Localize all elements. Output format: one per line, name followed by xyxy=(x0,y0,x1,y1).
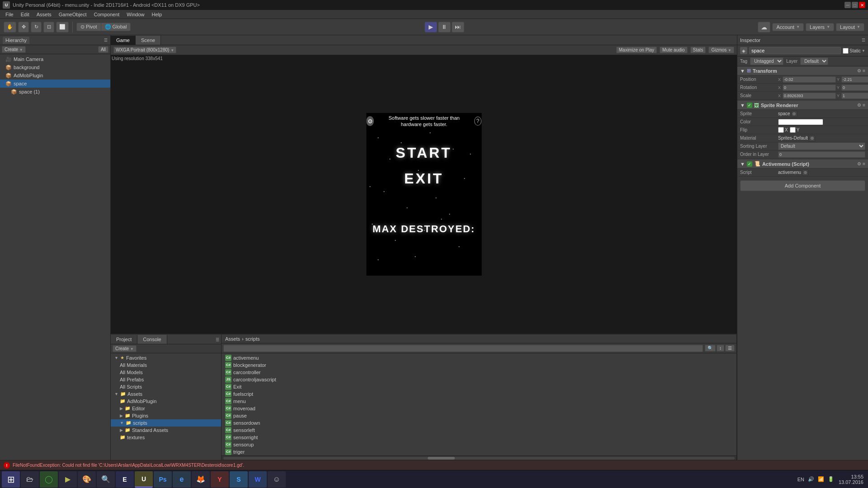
flip-x-checkbox[interactable] xyxy=(778,127,784,133)
hierarchy-item[interactable]: 📦 AdMobPlugin xyxy=(0,71,110,80)
material-select-button[interactable]: ◎ xyxy=(809,135,815,141)
component-settings-icon[interactable]: ⚙ ≡ xyxy=(857,68,865,73)
static-checkbox[interactable] xyxy=(843,48,849,54)
hierarchy-item-space1[interactable]: 📦 space (1) xyxy=(0,88,110,96)
textures-folder[interactable]: 📁 textures xyxy=(111,434,221,441)
asset-item-carcontroller[interactable]: C# carcontroller xyxy=(223,369,735,376)
script-select-button[interactable]: ◎ xyxy=(802,169,808,176)
hierarchy-tab[interactable]: Hierarchy xyxy=(3,37,29,44)
account-button[interactable]: Account ▼ xyxy=(772,23,804,31)
asset-item-moveroad[interactable]: C# moveroad xyxy=(223,405,735,412)
taskbar-unity-button[interactable]: U xyxy=(135,471,153,488)
standard-assets-folder[interactable]: ▶ 📁 Standard Assets xyxy=(111,427,221,434)
taskbar-avast-button[interactable]: ◯ xyxy=(40,471,58,488)
project-tab[interactable]: Project xyxy=(111,335,137,344)
menu-component[interactable]: Component xyxy=(90,10,123,19)
flip-x-checkbox-label[interactable]: X xyxy=(778,127,788,133)
hierarchy-menu-icon[interactable]: ☰ xyxy=(104,38,108,42)
favorites-folder[interactable]: ▼ ★ Favorites xyxy=(111,354,221,361)
menu-gameobject[interactable]: GameObject xyxy=(55,10,90,19)
menu-window[interactable]: Window xyxy=(123,10,148,19)
taskbar-explorer-button[interactable]: 🗁 xyxy=(21,471,39,488)
asset-item-carcontroljavascript[interactable]: JS carcontroljavascript xyxy=(223,376,735,383)
hand-tool-button[interactable]: ✋ xyxy=(4,22,16,33)
activemenu-enabled-checkbox[interactable]: ✓ xyxy=(747,161,752,167)
sprite-select-button[interactable]: ◎ xyxy=(791,111,797,117)
taskbar-media-button[interactable]: ▶ xyxy=(59,471,77,488)
rotate-tool-button[interactable]: ↻ xyxy=(31,22,42,33)
activemenu-settings-icon[interactable]: ⚙ ≡ xyxy=(857,161,865,166)
rect-tool-button[interactable]: ⬜ xyxy=(56,22,69,33)
search-input[interactable] xyxy=(223,345,703,352)
close-button[interactable]: ✕ xyxy=(859,2,865,8)
stats-button[interactable]: Stats xyxy=(690,47,706,53)
rotation-x-input[interactable] xyxy=(783,84,836,91)
asset-item-activemenu[interactable]: C# activemenu xyxy=(223,354,735,361)
taskbar-app-button[interactable]: ☺ xyxy=(268,471,286,488)
plugins-folder[interactable]: ▶ 📁 Plugins xyxy=(111,412,221,419)
asset-item-exit[interactable]: C# Exit xyxy=(223,383,735,390)
console-tab[interactable]: Console xyxy=(137,335,167,344)
all-materials-item[interactable]: All Materials xyxy=(111,361,221,369)
view-toggle-button[interactable]: ☰ xyxy=(725,345,735,352)
asset-item-blockgenerator[interactable]: C# blockgenerator xyxy=(223,361,735,369)
all-prefabs-item[interactable]: All Prefabs xyxy=(111,376,221,383)
scene-tab[interactable]: Scene xyxy=(136,36,161,45)
scale-y-input[interactable] xyxy=(841,93,868,99)
color-swatch[interactable] xyxy=(778,119,823,125)
layer-select[interactable]: Default xyxy=(800,57,828,65)
taskbar-word-button[interactable]: W xyxy=(249,471,267,488)
menu-edit[interactable]: Edit xyxy=(17,10,33,19)
inspector-menu-icon[interactable]: ☰ xyxy=(862,38,865,42)
sprite-renderer-header[interactable]: ▼ ✓ 🖼 Sprite Renderer ⚙ ≡ xyxy=(737,101,868,110)
menu-assets[interactable]: Assets xyxy=(33,10,55,19)
project-create-button[interactable]: Create ▼ xyxy=(113,345,137,352)
hierarchy-item-space[interactable]: 📦 space xyxy=(0,80,110,88)
position-x-input[interactable] xyxy=(783,76,836,83)
taskbar-photoshop-button[interactable]: Ps xyxy=(154,471,172,488)
layout-button[interactable]: Layout ▼ xyxy=(836,23,864,31)
mute-audio-button[interactable]: Mute audio xyxy=(660,47,687,53)
sort-button[interactable]: ↕ xyxy=(717,345,724,352)
pivot-button[interactable]: ⊙ Pivot xyxy=(77,23,101,31)
step-button[interactable]: ⏭ xyxy=(452,22,464,33)
menu-help[interactable]: Help xyxy=(148,10,165,19)
sorting-layer-select[interactable]: Default xyxy=(778,142,865,150)
scale-x-input[interactable] xyxy=(783,93,836,99)
assets-folder[interactable]: ▼ 📁 Assets xyxy=(111,390,221,398)
gizmos-button[interactable]: Gizmos ▼ xyxy=(708,47,734,53)
search-filter-button[interactable]: 🔍 xyxy=(705,345,716,352)
all-models-item[interactable]: All Models xyxy=(111,369,221,376)
asset-item-menu[interactable]: C# menu xyxy=(223,398,735,405)
game-tab[interactable]: Game xyxy=(111,36,136,45)
asset-item-fuelscript[interactable]: C# fuelscript xyxy=(223,390,735,398)
activemenu-script-header[interactable]: ▼ ✓ 📜 Activemenu (Script) ⚙ ≡ xyxy=(737,160,868,169)
layers-button[interactable]: Layers ▼ xyxy=(806,23,834,31)
admobplugin-folder[interactable]: 📁 AdMobPlugin xyxy=(111,398,221,405)
scale-tool-button[interactable]: ⊡ xyxy=(43,22,54,33)
asset-item-sensorup[interactable]: C# sensorup xyxy=(223,441,735,448)
minimize-button[interactable]: ─ xyxy=(844,2,851,8)
hierarchy-create-button[interactable]: Create ▼ xyxy=(2,46,26,53)
taskbar-photos-button[interactable]: 🎨 xyxy=(78,471,96,488)
flip-y-checkbox-label[interactable]: Y xyxy=(790,127,800,133)
scrollbar-thumb[interactable] xyxy=(428,457,455,460)
move-tool-button[interactable]: ✥ xyxy=(18,22,29,33)
start-button[interactable]: ⊞ xyxy=(2,471,20,488)
position-y-input[interactable] xyxy=(841,76,868,83)
maximize-on-play-button[interactable]: Maximize on Play xyxy=(616,47,657,53)
rotation-y-input[interactable] xyxy=(841,84,868,91)
asset-item-sensorright[interactable]: C# sensorright xyxy=(223,434,735,441)
asset-item-sensordown[interactable]: C# sensordown xyxy=(223,419,735,427)
component-enabled-checkbox[interactable]: ✓ xyxy=(747,103,752,108)
hierarchy-item[interactable]: 📦 background xyxy=(0,63,110,71)
transform-component-header[interactable]: ▼ ⊞ Transform ⚙ ≡ xyxy=(737,66,868,75)
help-icon[interactable]: ? xyxy=(474,117,481,126)
project-menu-icon[interactable]: ☰ xyxy=(214,336,221,344)
scripts-folder[interactable]: ▼ 📁 scripts xyxy=(111,419,221,427)
horizontal-scrollbar[interactable] xyxy=(222,455,736,460)
asset-item-sensorleft[interactable]: C# sensorleft xyxy=(223,427,735,434)
tag-select[interactable]: Untagged xyxy=(750,57,783,65)
menu-file[interactable]: File xyxy=(2,10,17,19)
global-button[interactable]: 🌐 Global xyxy=(101,23,131,31)
